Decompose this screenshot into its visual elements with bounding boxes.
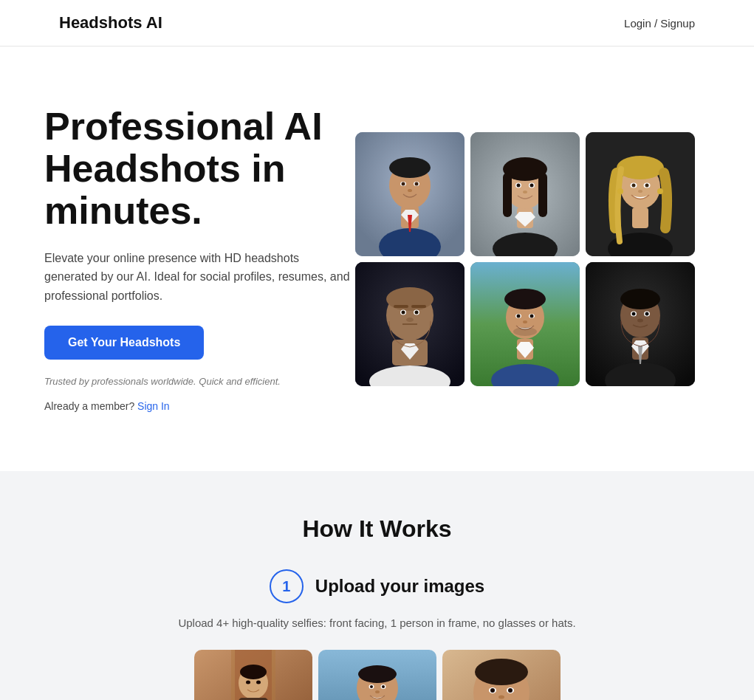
svg-point-87 <box>256 681 261 684</box>
headshot-photo-grid <box>355 132 695 386</box>
section-title: How It Works <box>59 515 695 543</box>
svg-rect-47 <box>411 305 426 308</box>
svg-point-86 <box>246 681 250 684</box>
svg-point-38 <box>638 190 642 193</box>
hero-subtitle: Elevate your online presence with HD hea… <box>44 249 354 306</box>
upload-preview-2 <box>318 650 436 700</box>
step-1-header: 1 Upload your images <box>59 569 695 603</box>
upload-previews <box>59 650 695 700</box>
svg-point-26 <box>523 191 527 193</box>
svg-point-35 <box>632 183 636 187</box>
svg-rect-28 <box>632 207 648 228</box>
upload-preview-1 <box>194 650 312 700</box>
svg-point-76 <box>632 312 636 315</box>
svg-point-32 <box>617 188 623 194</box>
headshot-photo-2 <box>470 132 580 256</box>
headshot-photo-6 <box>586 262 695 386</box>
headshot-photo-5 <box>470 262 580 386</box>
svg-point-33 <box>657 188 663 194</box>
signin-prompt: Already a member? Sign In <box>44 400 354 412</box>
svg-point-103 <box>490 688 495 693</box>
svg-point-49 <box>402 310 405 314</box>
step-1-description: Upload 4+ high-quality selfies: front fa… <box>59 617 695 629</box>
svg-point-45 <box>386 287 433 311</box>
svg-rect-20 <box>503 173 512 217</box>
trusted-text: Trusted by professionals worldwide. Quic… <box>44 376 354 387</box>
how-it-works-section: How It Works 1 Upload your images Upload… <box>0 471 754 700</box>
hero-title: Professional AI Headshots in minutes. <box>44 106 354 233</box>
step-1-label: Upload your images <box>315 576 484 597</box>
svg-point-74 <box>620 289 660 309</box>
svg-point-84 <box>240 665 267 679</box>
svg-point-37 <box>645 183 649 187</box>
svg-point-66 <box>513 327 537 336</box>
hero-section: Professional AI Headshots in minutes. El… <box>0 47 754 471</box>
svg-point-96 <box>382 685 385 688</box>
svg-point-12 <box>408 189 412 192</box>
svg-point-7 <box>389 157 431 178</box>
svg-rect-21 <box>538 173 547 217</box>
svg-point-51 <box>415 310 419 314</box>
svg-point-100 <box>475 659 528 685</box>
svg-point-91 <box>358 665 397 683</box>
svg-point-23 <box>517 183 521 187</box>
svg-point-53 <box>406 318 414 322</box>
svg-point-25 <box>530 183 534 187</box>
signin-link[interactable]: Sign In <box>137 400 170 412</box>
svg-point-31 <box>617 156 664 179</box>
brand-logo: Headshots AI <box>59 13 162 32</box>
svg-point-11 <box>415 182 419 185</box>
headshot-photo-3 <box>586 132 695 256</box>
headshot-photo-1 <box>355 132 465 256</box>
get-headshots-button[interactable]: Get Your Headshots <box>44 326 204 360</box>
login-signup-link[interactable]: Login / Signup <box>624 17 695 30</box>
svg-rect-60 <box>510 295 540 303</box>
headshot-photo-4 <box>355 262 465 386</box>
navbar: Headshots AI Login / Signup <box>0 0 754 47</box>
svg-point-105 <box>508 688 513 693</box>
upload-preview-3 <box>442 650 561 700</box>
svg-point-94 <box>370 685 373 688</box>
svg-point-78 <box>645 312 649 315</box>
svg-point-79 <box>637 318 643 322</box>
svg-point-97 <box>375 690 380 693</box>
svg-point-9 <box>402 182 405 185</box>
svg-point-64 <box>530 314 534 318</box>
svg-point-106 <box>498 696 504 699</box>
svg-rect-46 <box>394 305 408 308</box>
svg-point-62 <box>517 314 521 318</box>
hero-content: Professional AI Headshots in minutes. El… <box>44 106 354 412</box>
svg-point-65 <box>523 320 527 323</box>
step-1-number: 1 <box>270 569 304 603</box>
